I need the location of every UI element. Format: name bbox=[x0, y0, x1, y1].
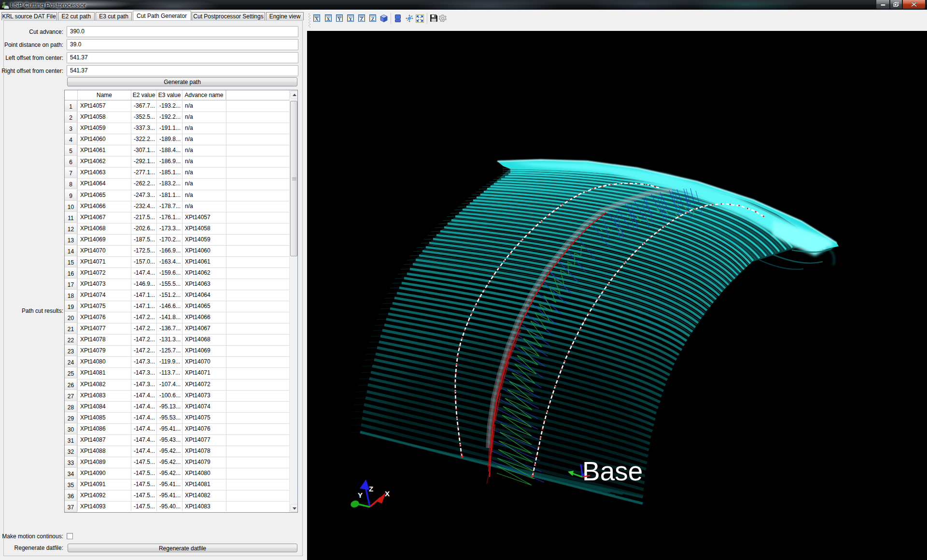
svg-text:Y: Y bbox=[337, 16, 341, 22]
svg-text:Z: Z bbox=[360, 16, 363, 22]
svg-text:Z: Z bbox=[369, 485, 373, 493]
svg-text:Y: Y bbox=[349, 16, 352, 22]
svg-text:X: X bbox=[385, 490, 390, 498]
svg-text:Z: Z bbox=[371, 16, 374, 22]
svg-text:X: X bbox=[326, 16, 330, 22]
svg-text:Base: Base bbox=[582, 456, 643, 486]
svg-text:X: X bbox=[315, 16, 319, 22]
svg-text:Y: Y bbox=[358, 491, 363, 499]
